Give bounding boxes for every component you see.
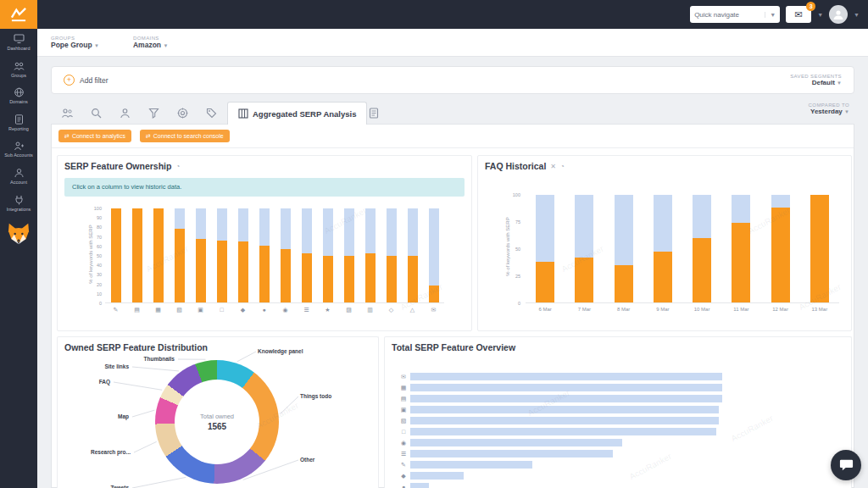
bar-segment-owned[interactable] bbox=[153, 208, 164, 302]
hbar[interactable] bbox=[410, 373, 722, 380]
bar-column[interactable] bbox=[359, 208, 381, 302]
hbar[interactable] bbox=[410, 406, 719, 413]
tab-tag[interactable] bbox=[197, 102, 225, 124]
bar-segment-owned[interactable] bbox=[810, 195, 829, 302]
hbar[interactable] bbox=[410, 439, 622, 446]
bar-segment-not-owned[interactable] bbox=[575, 195, 593, 258]
bar-segment-not-owned[interactable] bbox=[408, 208, 418, 256]
connect-search-console-button[interactable]: ⇄Connect to search console bbox=[140, 130, 230, 142]
bar-segment-not-owned[interactable] bbox=[693, 195, 711, 238]
bar-segment-not-owned[interactable] bbox=[536, 195, 554, 262]
bar-segment-owned[interactable] bbox=[429, 286, 439, 302]
compared-to-select[interactable]: Compared to Yesterday ▼ bbox=[809, 103, 849, 115]
bar-segment-not-owned[interactable] bbox=[615, 195, 633, 265]
bar-segment-owned[interactable] bbox=[615, 265, 633, 302]
bar-segment-owned[interactable] bbox=[654, 252, 672, 302]
bar-segment-not-owned[interactable] bbox=[175, 208, 185, 229]
bar-column[interactable] bbox=[402, 208, 423, 302]
bar-segment-owned[interactable] bbox=[693, 238, 711, 302]
tab-search[interactable] bbox=[81, 102, 110, 124]
bar-column[interactable] bbox=[643, 195, 682, 302]
bar-segment-owned[interactable] bbox=[196, 239, 206, 302]
bar-column[interactable] bbox=[800, 195, 839, 302]
bar-segment-not-owned[interactable] bbox=[238, 208, 248, 241]
accuranker-logo[interactable] bbox=[0, 0, 37, 29]
chart-info-icon[interactable]: ◔ bbox=[560, 163, 565, 170]
bar-column[interactable] bbox=[761, 195, 800, 302]
bar-column[interactable] bbox=[423, 208, 444, 302]
bar-column[interactable] bbox=[147, 208, 169, 302]
bar-segment-owned[interactable] bbox=[344, 256, 354, 303]
add-filter-button[interactable]: + Add filter bbox=[64, 75, 108, 86]
bar-segment-owned[interactable] bbox=[387, 256, 397, 303]
bar-segment-not-owned[interactable] bbox=[429, 208, 439, 286]
tab-users[interactable] bbox=[53, 102, 81, 124]
connect-analytics-button[interactable]: ⇄Connect to analytics bbox=[58, 130, 131, 142]
bar-segment-not-owned[interactable] bbox=[344, 208, 354, 256]
hbar[interactable] bbox=[410, 417, 719, 424]
tab-filter[interactable] bbox=[139, 102, 168, 124]
hbar[interactable] bbox=[410, 384, 722, 391]
bar-segment-not-owned[interactable] bbox=[281, 208, 291, 249]
bar-column[interactable] bbox=[338, 208, 359, 302]
bar-segment-owned[interactable] bbox=[111, 208, 121, 302]
bar-segment-not-owned[interactable] bbox=[196, 208, 206, 239]
bar-column[interactable] bbox=[721, 195, 760, 302]
bar-column[interactable] bbox=[232, 208, 253, 302]
quick-navigate-select[interactable]: Quick navigate ▼ bbox=[690, 6, 780, 23]
bar-segment-not-owned[interactable] bbox=[259, 208, 270, 246]
donut-chart[interactable]: Total owned 1565 bbox=[155, 360, 279, 484]
tab-globe[interactable] bbox=[168, 102, 197, 124]
tab-aggregated-serp-analysis[interactable]: Aggregated SERP Analysis bbox=[227, 102, 367, 125]
close-icon[interactable]: ✕ bbox=[550, 163, 556, 170]
sidebar-item-integrations[interactable]: Integrations bbox=[0, 190, 37, 217]
avatar[interactable] bbox=[829, 5, 848, 24]
tab-user[interactable] bbox=[110, 102, 139, 124]
bar-column[interactable] bbox=[604, 195, 643, 302]
bar-segment-not-owned[interactable] bbox=[302, 208, 312, 253]
bar-segment-not-owned[interactable] bbox=[654, 195, 672, 252]
sidebar-item-dashboard[interactable]: Dashboard bbox=[0, 29, 37, 56]
notifications-button[interactable]: ✉ 3 bbox=[786, 6, 811, 23]
bar-column[interactable] bbox=[126, 208, 147, 302]
bar-segment-owned[interactable] bbox=[408, 256, 418, 303]
bar-segment-owned[interactable] bbox=[302, 253, 312, 302]
bar-column[interactable] bbox=[682, 195, 721, 302]
bar-segment-not-owned[interactable] bbox=[217, 208, 227, 241]
chevron-down-icon[interactable]: ▼ bbox=[817, 12, 823, 18]
bar-segment-not-owned[interactable] bbox=[771, 195, 790, 208]
bar-segment-owned[interactable] bbox=[259, 246, 270, 302]
bar-segment-owned[interactable] bbox=[238, 241, 248, 302]
bar-column[interactable] bbox=[105, 208, 126, 302]
bar-column[interactable] bbox=[169, 208, 190, 302]
sidebar-item-sub-accounts[interactable]: Sub Accounts bbox=[0, 136, 37, 163]
bar-segment-owned[interactable] bbox=[575, 258, 593, 302]
hbar[interactable] bbox=[410, 483, 429, 488]
chat-launcher-button[interactable] bbox=[831, 450, 861, 480]
bar-column[interactable] bbox=[275, 208, 296, 302]
sidebar-item-account[interactable]: Account bbox=[0, 163, 37, 190]
hbar[interactable] bbox=[410, 450, 613, 458]
bar-segment-not-owned[interactable] bbox=[365, 208, 376, 253]
bar-segment-owned[interactable] bbox=[365, 253, 376, 302]
saved-segments-select[interactable]: Saved segments Default ▼ bbox=[790, 74, 842, 86]
bar-segment-owned[interactable] bbox=[281, 249, 291, 302]
bar-column[interactable] bbox=[211, 208, 232, 302]
chevron-down-icon[interactable]: ▼ bbox=[854, 12, 860, 18]
bar-segment-owned[interactable] bbox=[771, 208, 790, 302]
hbar[interactable] bbox=[410, 428, 716, 435]
bar-column[interactable] bbox=[565, 195, 604, 302]
sidebar-item-groups[interactable]: Groups bbox=[0, 56, 37, 83]
bar-segment-not-owned[interactable] bbox=[323, 208, 333, 256]
sidebar-item-reporting[interactable]: Reporting bbox=[0, 109, 37, 136]
hbar[interactable] bbox=[410, 472, 464, 480]
bar-column[interactable] bbox=[190, 208, 211, 302]
domain-selector[interactable]: Domains Amazon ▼ bbox=[133, 36, 168, 49]
hbar[interactable] bbox=[410, 461, 532, 469]
bar-segment-not-owned[interactable] bbox=[732, 195, 750, 223]
bar-segment-owned[interactable] bbox=[536, 262, 554, 302]
bar-column[interactable] bbox=[381, 208, 402, 302]
sidebar-item-domains[interactable]: Domains bbox=[0, 82, 37, 109]
bar-column[interactable] bbox=[296, 208, 317, 302]
bar-column[interactable] bbox=[526, 195, 565, 302]
